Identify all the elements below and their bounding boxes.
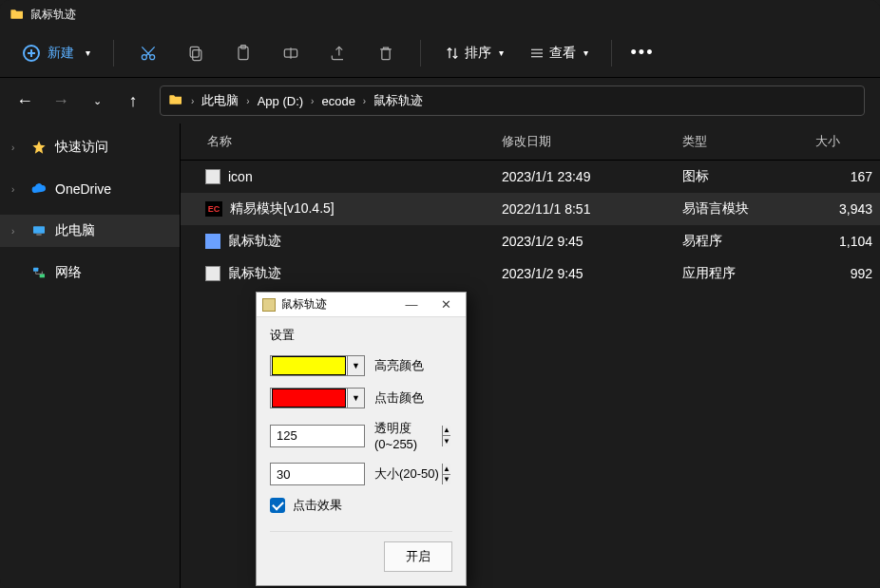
start-button[interactable]: 开启 <box>384 541 452 572</box>
more-button[interactable]: ••• <box>625 43 660 63</box>
spin-down[interactable]: ▼ <box>443 475 450 485</box>
click-color-combo[interactable]: ▼ <box>270 388 365 408</box>
delete-button[interactable] <box>365 36 407 70</box>
sidebar: › 快速访问 › OneDrive › 此电脑 <box>0 123 181 588</box>
cloud-icon <box>30 180 48 198</box>
file-type: 易语言模块 <box>682 200 815 218</box>
col-date[interactable]: 修改日期 <box>502 133 682 150</box>
svg-rect-11 <box>40 274 45 277</box>
folder-icon <box>10 7 25 22</box>
row-click-effect[interactable]: 点击效果 <box>270 497 452 514</box>
chevron-right-icon: › <box>246 96 249 106</box>
file-icon: EC <box>205 201 222 217</box>
network-icon <box>30 264 48 281</box>
file-icon <box>205 234 220 249</box>
chevron-down-icon: ▾ <box>86 47 90 58</box>
col-type[interactable]: 类型 <box>682 133 815 150</box>
file-type: 易程序 <box>682 233 815 250</box>
share-button[interactable] <box>317 36 359 70</box>
chevron-down-icon: ▼ <box>347 356 364 375</box>
file-size: 3,943 <box>815 201 880 217</box>
sidebar-item-quickaccess[interactable]: › 快速访问 <box>0 131 180 163</box>
sort-label: 排序 <box>465 45 491 62</box>
breadcrumb[interactable]: › 此电脑 › App (D:) › ecode › 鼠标轨迹 <box>160 85 865 116</box>
highlight-color-combo[interactable]: ▼ <box>270 355 365 376</box>
file-date: 2022/11/1 8:51 <box>502 201 682 217</box>
forward-button[interactable]: → <box>51 91 70 111</box>
sidebar-item-onedrive[interactable]: › OneDrive <box>0 173 180 205</box>
label: 透明度(0~255) <box>374 420 452 451</box>
close-button[interactable]: ✕ <box>431 295 460 314</box>
minimize-button[interactable]: — <box>397 295 426 314</box>
sort-button[interactable]: 排序 ▾ <box>434 39 513 67</box>
file-date: 2023/1/2 9:45 <box>502 234 682 249</box>
up-button[interactable]: ↑ <box>124 91 143 111</box>
dialog-titlebar[interactable]: 鼠标轨迹 — ✕ <box>257 293 466 317</box>
sidebar-item-label: 此电脑 <box>55 222 95 239</box>
label: 大小(20-50) <box>374 465 439 483</box>
new-label: 新建 <box>48 45 74 62</box>
chevron-down-icon: ▾ <box>583 47 588 58</box>
sidebar-item-network[interactable]: 网络 <box>0 256 180 289</box>
svg-rect-10 <box>33 268 38 272</box>
col-name[interactable]: 名称 <box>207 133 502 150</box>
svg-rect-2 <box>193 49 201 60</box>
file-icon <box>205 266 220 281</box>
sidebar-item-label: 网络 <box>55 264 82 281</box>
svg-rect-8 <box>33 226 45 233</box>
chevron-down-icon: ▾ <box>499 47 504 58</box>
file-size: 992 <box>815 266 880 281</box>
crumb[interactable]: 此电脑 <box>201 92 239 109</box>
file-size: 167 <box>815 169 880 184</box>
chevron-right-icon: › <box>11 226 23 237</box>
table-row[interactable]: 鼠标轨迹 2023/1/2 9:45 应用程序 992 <box>181 257 880 290</box>
chevron-right-icon: › <box>191 96 194 106</box>
dialog-body: 设置 ▼ 高亮颜色 ▼ 点击颜色 ▲▼ 透 <box>257 317 466 585</box>
file-name: icon <box>228 169 253 184</box>
size-spinner[interactable]: ▲▼ <box>270 463 365 485</box>
file-icon <box>205 169 220 184</box>
row-alpha: ▲▼ 透明度(0~255) <box>270 420 452 451</box>
chevron-right-icon: › <box>11 142 23 153</box>
recent-button[interactable]: ⌄ <box>87 95 106 107</box>
chevron-right-icon: › <box>11 184 23 195</box>
column-headers: 名称 修改日期 类型 大小 <box>181 123 880 161</box>
label: 点击颜色 <box>374 389 424 407</box>
col-size[interactable]: 大小 <box>815 133 880 150</box>
sidebar-item-thispc[interactable]: › 此电脑 <box>0 215 180 247</box>
crumb[interactable]: ecode <box>321 94 354 108</box>
rename-button[interactable] <box>270 36 312 70</box>
crumb[interactable]: 鼠标轨迹 <box>373 92 423 109</box>
label: 高亮颜色 <box>374 357 424 374</box>
spin-up[interactable]: ▲ <box>443 464 450 475</box>
alpha-spinner[interactable]: ▲▼ <box>270 425 365 447</box>
row-click-color: ▼ 点击颜色 <box>270 388 452 408</box>
toolbar: 新建 ▾ 排序 ▾ 查看 ▾ <box>0 28 880 78</box>
table-row[interactable]: icon 2023/1/1 23:49 图标 167 <box>181 161 880 193</box>
file-name: 鼠标轨迹 <box>228 233 281 250</box>
checkbox-checked-icon[interactable] <box>270 498 285 513</box>
separator <box>420 40 421 66</box>
separator <box>611 40 612 66</box>
copy-button[interactable] <box>175 36 217 70</box>
paste-button[interactable] <box>222 36 264 70</box>
crumb[interactable]: App (D:) <box>258 94 303 108</box>
view-button[interactable]: 查看 ▾ <box>519 39 598 67</box>
table-row[interactable]: EC精易模块[v10.4.5] 2022/11/1 8:51 易语言模块 3,9… <box>181 193 880 225</box>
table-row[interactable]: 鼠标轨迹 2023/1/2 9:45 易程序 1,104 <box>181 225 880 257</box>
dialog-footer: 开启 <box>270 531 452 572</box>
label: 点击效果 <box>293 497 342 514</box>
chevron-right-icon: › <box>363 96 366 106</box>
svg-rect-9 <box>36 234 41 235</box>
dialog-title: 鼠标轨迹 <box>281 296 392 313</box>
file-rows: icon 2023/1/1 23:49 图标 167 EC精易模块[v10.4.… <box>181 161 880 290</box>
back-button[interactable]: ← <box>15 91 34 111</box>
new-button[interactable]: 新建 ▾ <box>13 39 100 67</box>
sidebar-item-label: OneDrive <box>55 181 111 197</box>
file-type: 应用程序 <box>682 265 815 282</box>
section-label: 设置 <box>270 327 452 344</box>
titlebar: 鼠标轨迹 <box>0 0 880 28</box>
file-size: 1,104 <box>815 234 880 249</box>
cut-button[interactable] <box>127 36 169 70</box>
settings-dialog: 鼠标轨迹 — ✕ 设置 ▼ 高亮颜色 ▼ 点击颜色 <box>256 292 467 586</box>
